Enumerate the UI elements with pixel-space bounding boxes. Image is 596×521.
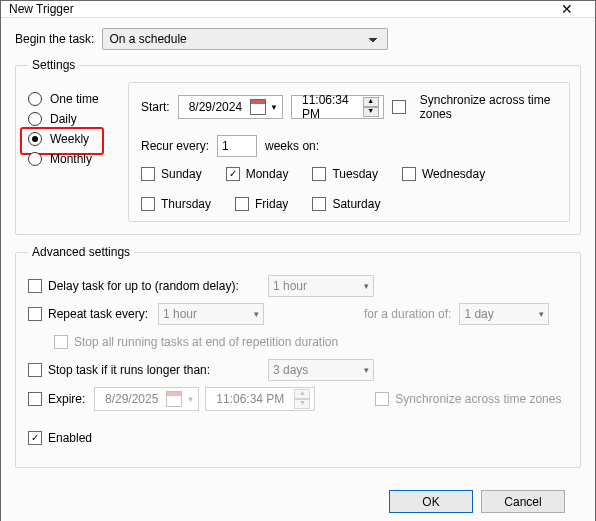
settings-legend: Settings: [28, 58, 79, 72]
stop-repeat-checkbox: [54, 335, 68, 349]
radio-icon: [28, 132, 42, 146]
schedule-weekly[interactable]: Weekly: [28, 132, 128, 146]
chevron-down-icon: ▾: [364, 365, 369, 375]
day-tuesday[interactable]: Tuesday: [312, 167, 378, 181]
day-monday[interactable]: Monday: [226, 167, 289, 181]
recur-weeks-input[interactable]: [217, 135, 257, 157]
schedule-one-time[interactable]: One time: [28, 92, 128, 106]
repeat-duration-label: for a duration of:: [364, 307, 451, 321]
chevron-down-icon: ▾: [364, 281, 369, 291]
time-spinner[interactable]: ▲▼: [363, 97, 379, 117]
days-of-week: Sunday Monday Tuesday Wednesday Thursday…: [141, 167, 557, 211]
calendar-icon: [250, 99, 266, 115]
repeat-checkbox[interactable]: [28, 307, 42, 321]
time-spinner[interactable]: ▲▼: [294, 389, 310, 409]
begin-task-label: Begin the task:: [15, 32, 94, 46]
stop-if-value-select[interactable]: 3 days▾: [268, 359, 374, 381]
expire-sync-label: Synchronize across time zones: [395, 392, 561, 406]
settings-group: Settings One time Daily Weekly: [15, 58, 581, 235]
radio-icon: [28, 112, 42, 126]
delay-value-select[interactable]: 1 hour▾: [268, 275, 374, 297]
checkbox-icon: [312, 197, 326, 211]
day-friday[interactable]: Friday: [235, 197, 288, 211]
start-date-picker[interactable]: 8/29/2024 ▼: [178, 95, 283, 119]
begin-task-select[interactable]: On a schedule: [102, 28, 388, 50]
schedule-type-column: One time Daily Weekly Monthly: [28, 82, 128, 222]
dialog-footer: OK Cancel: [15, 478, 581, 521]
checkbox-icon: [312, 167, 326, 181]
enabled-checkbox[interactable]: [28, 431, 42, 445]
ok-button[interactable]: OK: [389, 490, 473, 513]
radio-icon: [28, 92, 42, 106]
radio-icon: [28, 152, 42, 166]
recur-label-suffix: weeks on:: [265, 139, 319, 153]
expire-date-picker[interactable]: 8/29/2025 ▼: [94, 387, 199, 411]
day-sunday[interactable]: Sunday: [141, 167, 202, 181]
cancel-button[interactable]: Cancel: [481, 490, 565, 513]
chevron-down-icon: ▼: [186, 395, 194, 404]
expire-sync-checkbox: [375, 392, 389, 406]
schedule-detail-panel: Start: 8/29/2024 ▼ 11:06:34 PM ▲▼ Synchr…: [128, 82, 570, 222]
day-wednesday[interactable]: Wednesday: [402, 167, 485, 181]
chevron-down-icon: ▾: [254, 309, 259, 319]
checkbox-icon: [235, 197, 249, 211]
window-title: New Trigger: [9, 2, 547, 16]
day-saturday[interactable]: Saturday: [312, 197, 380, 211]
start-time-picker[interactable]: 11:06:34 PM ▲▼: [291, 95, 384, 119]
stop-repeat-label: Stop all running tasks at end of repetit…: [74, 335, 338, 349]
close-button[interactable]: ✕: [547, 1, 587, 17]
advanced-settings-group: Advanced settings Delay task for up to (…: [15, 245, 581, 468]
titlebar: New Trigger ✕: [1, 1, 595, 18]
repeat-duration-select[interactable]: 1 day▾: [459, 303, 549, 325]
new-trigger-dialog: New Trigger ✕ Begin the task: On a sched…: [0, 0, 596, 521]
repeat-value-select[interactable]: 1 hour▾: [158, 303, 264, 325]
expire-time-picker[interactable]: 11:06:34 PM ▲▼: [205, 387, 315, 411]
recur-label-prefix: Recur every:: [141, 139, 209, 153]
enabled-label: Enabled: [48, 431, 92, 445]
repeat-label: Repeat task every:: [48, 307, 158, 321]
checkbox-icon: [141, 197, 155, 211]
calendar-icon: [166, 391, 182, 407]
day-thursday[interactable]: Thursday: [141, 197, 211, 211]
sync-timezone-checkbox[interactable]: [392, 100, 406, 114]
checkbox-icon: [226, 167, 240, 181]
chevron-down-icon: ▾: [539, 309, 544, 319]
stop-if-checkbox[interactable]: [28, 363, 42, 377]
schedule-monthly[interactable]: Monthly: [28, 152, 128, 166]
chevron-down-icon: ▼: [270, 103, 278, 112]
sync-timezone-label: Synchronize across time zones: [420, 93, 557, 121]
advanced-legend: Advanced settings: [28, 245, 134, 259]
checkbox-icon: [402, 167, 416, 181]
start-label: Start:: [141, 100, 170, 114]
stop-if-label: Stop task if it runs longer than:: [48, 363, 268, 377]
checkbox-icon: [141, 167, 155, 181]
delay-label: Delay task for up to (random delay):: [48, 279, 268, 293]
expire-label: Expire:: [48, 392, 94, 406]
schedule-daily[interactable]: Daily: [28, 112, 128, 126]
delay-checkbox[interactable]: [28, 279, 42, 293]
expire-checkbox[interactable]: [28, 392, 42, 406]
